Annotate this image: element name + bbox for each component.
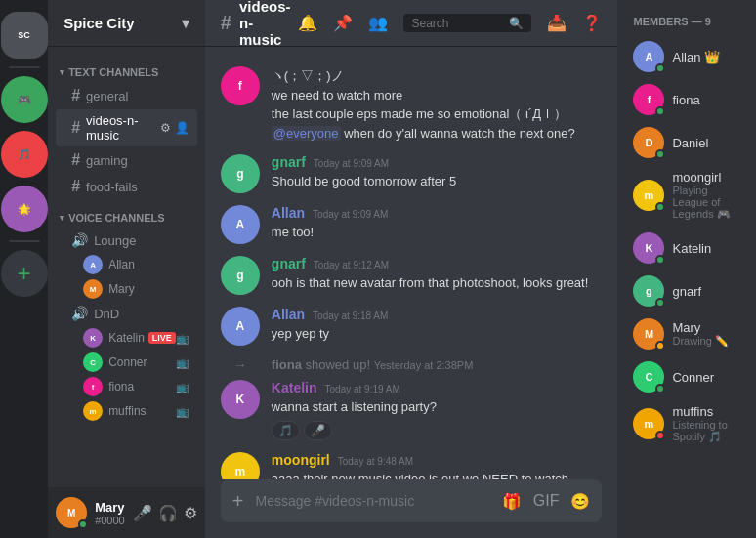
members-icon[interactable]: 👥 (368, 14, 388, 32)
member-avatar-allan: A (633, 41, 664, 72)
message-text: ooh is that new avatar from that photosh… (272, 273, 603, 293)
channel-item-gaming[interactable]: # gaming (56, 147, 197, 173)
member-name-daniel: Daniel (672, 136, 740, 150)
message-author: Allan (272, 307, 305, 322)
emoji-icon[interactable]: 😊 (570, 492, 590, 511)
voice-member-allan[interactable]: A Allan (56, 253, 197, 276)
user-name: Mary (95, 500, 133, 515)
voice-channel-dnd[interactable]: 🔊 DnD (56, 302, 197, 325)
help-icon[interactable]: ❓ (582, 14, 602, 32)
channel-hash-icon: # (221, 12, 231, 34)
message-content: gnarf Today at 9:12 AM ooh is that new a… (272, 256, 603, 293)
member-avatar-katelin: K (633, 232, 664, 264)
voice-channel-dnd-name: DnD (94, 307, 119, 321)
mute-icon[interactable]: 🎤 (133, 504, 152, 522)
member-name-mary: Mary (672, 320, 740, 335)
voice-member-muffins[interactable]: m muffins 📺 (56, 399, 197, 423)
add-server-button[interactable]: + (1, 250, 48, 297)
voice-member-avatar-fiona: f (83, 377, 103, 396)
user-discriminator: #0000 (95, 515, 133, 526)
message-header: gnarf Today at 9:09 AM (272, 154, 603, 170)
member-item-daniel[interactable]: D Daniel (625, 121, 748, 164)
message-group: K Katelin Today at 9:19 AM wanna start a… (205, 376, 618, 444)
settings-icon[interactable]: ⚙ (160, 121, 171, 135)
voice-member-mary[interactable]: M Mary (56, 277, 197, 301)
system-icon: → (221, 357, 260, 372)
reaction-chip-2[interactable]: 🎤 (304, 421, 332, 440)
reaction-chip[interactable]: 🎵 (272, 421, 300, 440)
member-item-muffins[interactable]: m muffins Listening to Spotify 🎵 (625, 398, 748, 449)
voice-channel-lounge[interactable]: 🔊 Lounge (56, 228, 197, 252)
channel-item-food-fails[interactable]: # food-fails (56, 174, 197, 199)
server-icon-spice-city[interactable]: SC (1, 12, 48, 59)
channel-item-general[interactable]: # general (56, 83, 197, 108)
avatar: g (221, 154, 260, 193)
server-icon-2[interactable]: 🎵 (1, 131, 48, 178)
voice-channels-category[interactable]: ▾ VOICE CHANNELS (52, 200, 201, 228)
idle-dot-mary (655, 341, 665, 351)
member-name-block-mary: Mary Drawing ✏️ (672, 320, 740, 348)
crown-icon: 👑 (704, 50, 720, 64)
deafen-icon[interactable]: 🎧 (158, 504, 178, 522)
message-timestamp: Today at 9:09 AM (313, 209, 388, 220)
voice-member-name-muffins: muffins (108, 404, 146, 418)
hash-icon: # (71, 87, 80, 104)
input-icons: 🎁 GIF 😊 (502, 492, 591, 511)
search-box[interactable]: 🔍 (403, 14, 531, 32)
voice-member-icons-muffins: 📺 (176, 405, 189, 418)
member-item-mary[interactable]: M Mary Drawing ✏️ (625, 312, 748, 355)
message-group: f ヽ(；▽；)ノ we need to watch more the last… (205, 62, 618, 146)
channel-header-name: videos-n-music (239, 0, 291, 48)
bell-icon[interactable]: 🔔 (298, 14, 317, 32)
member-item-katelin[interactable]: K Katelin (625, 227, 748, 269)
mention: @everyone (272, 126, 341, 141)
voice-member-conner[interactable]: C Conner 📺 (56, 351, 197, 374)
server-name: Spice City (63, 15, 135, 31)
member-item-fiona[interactable]: f fiona (625, 78, 748, 121)
server-name-bar[interactable]: Spice City ▾ (48, 0, 205, 47)
channel-item-videos-n-music[interactable]: # videos-n-music ⚙ 👤 (56, 109, 197, 146)
server-icon-3[interactable]: 🌟 (1, 186, 48, 232)
member-item-allan[interactable]: A Allan 👑 (625, 35, 748, 78)
settings-icon[interactable]: ⚙ (184, 504, 197, 522)
gif-icon[interactable]: GIF (533, 492, 560, 511)
search-input[interactable] (411, 17, 509, 30)
message-timestamp: Today at 9:48 AM (338, 456, 413, 467)
message-content: moongirl Today at 9:48 AM aaaa their new… (272, 452, 603, 480)
online-dot-daniel (655, 149, 665, 159)
channel-name-general: general (86, 89, 128, 103)
message-content: ヽ(；▽；)ノ we need to watch more the last c… (272, 66, 603, 143)
message-content: gnarf Today at 9:09 AM Should be good to… (272, 154, 603, 191)
live-badge: LIVE (148, 332, 176, 344)
message-input[interactable] (256, 493, 502, 509)
pin-icon[interactable]: 📌 (333, 14, 353, 32)
avatar: K (221, 380, 260, 419)
member-name-gnarf: gnarf (672, 284, 740, 299)
member-item-conner[interactable]: C Conner (625, 355, 748, 398)
server-icon-1[interactable]: 🎮 (1, 76, 48, 123)
message-timestamp: Today at 9:19 AM (325, 384, 400, 394)
add-member-icon[interactable]: 👤 (175, 121, 189, 135)
member-item-moongirl[interactable]: m moongirl Playing League of Legends 🎮 (625, 164, 748, 227)
text-channels-category[interactable]: ▾ TEXT CHANNELS (52, 55, 201, 82)
member-avatar-muffins: m (633, 408, 664, 439)
member-avatar-fiona: f (633, 84, 664, 115)
member-item-gnarf[interactable]: g gnarf (625, 269, 748, 312)
channel-list: ▾ TEXT CHANNELS # general # videos-n-mus… (48, 47, 205, 487)
voice-member-katelin[interactable]: K Katelin LIVE 📺 (56, 326, 197, 350)
message-group: A Allan Today at 9:09 AM me too! (205, 201, 618, 248)
channel-sidebar: Spice City ▾ ▾ TEXT CHANNELS # general #… (48, 0, 205, 538)
message-header: gnarf Today at 9:12 AM (272, 256, 603, 271)
avatar: g (221, 256, 260, 295)
message-content: Allan Today at 9:18 AM yep yep ty (272, 307, 603, 344)
online-dot-gnarf (655, 298, 665, 308)
message-input-area: + 🎁 GIF 😊 (205, 479, 618, 538)
voice-member-fiona[interactable]: f fiona 📺 (56, 375, 197, 398)
attach-icon[interactable]: + (232, 490, 244, 513)
message-author: gnarf (272, 256, 306, 271)
gift-icon[interactable]: 🎁 (502, 492, 522, 511)
member-avatar-mary: M (633, 318, 664, 350)
search-icon: 🔍 (509, 17, 524, 30)
server-chevron-icon: ▾ (182, 15, 189, 32)
inbox-icon[interactable]: 📥 (547, 14, 567, 32)
